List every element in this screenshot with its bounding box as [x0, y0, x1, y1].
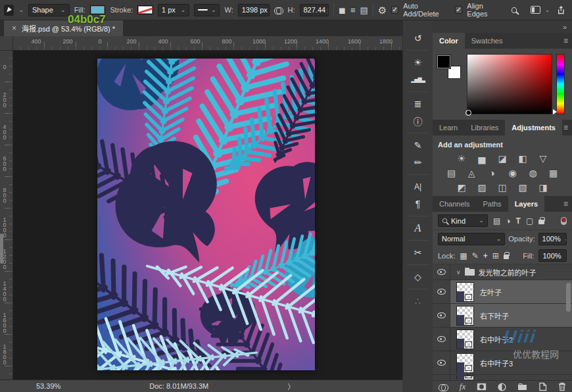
link-dimensions-icon[interactable]	[274, 7, 283, 13]
tab-paths[interactable]: Paths	[476, 196, 508, 212]
hue-slider[interactable]	[556, 54, 565, 114]
blend-mode-select[interactable]: Normal ⌄	[438, 233, 505, 245]
layer-name[interactable]: 右中叶子3	[480, 358, 513, 368]
layer-group-row[interactable]: ∨ 发光物之前的叶子	[433, 264, 572, 280]
layer-name[interactable]: 右下叶子	[480, 310, 509, 321]
brush-presets-icon[interactable]: ✏	[407, 154, 429, 171]
new-adjustment-layer-icon[interactable]	[498, 383, 506, 391]
tab-channels[interactable]: Channels	[433, 196, 476, 212]
curves-icon[interactable]: ◪	[496, 153, 508, 164]
filter-toggle-icon[interactable]	[561, 217, 567, 225]
layer-name[interactable]: 左叶子	[480, 287, 502, 297]
shape-height-field[interactable]: 827.44 px	[300, 4, 329, 16]
layer-row[interactable]: 左叶子	[433, 280, 572, 304]
filter-kind-select[interactable]: Kind ⌄	[438, 214, 488, 227]
tab-libraries[interactable]: Libraries	[464, 120, 505, 135]
layer-row[interactable]: 右下叶子	[433, 304, 572, 328]
character-panel-icon[interactable]: A|	[407, 178, 429, 195]
link-layers-icon[interactable]	[439, 384, 448, 390]
tab-layers[interactable]: Layers	[508, 196, 544, 212]
align-edges-checkbox[interactable]: ✓	[455, 6, 462, 14]
histogram-icon[interactable]: ▂▅▇▃	[407, 71, 429, 88]
levels-icon[interactable]: ▅	[476, 153, 488, 164]
visibility-eye-icon[interactable]	[433, 304, 450, 327]
selective-color-icon[interactable]: ▧	[517, 182, 529, 193]
shape-width-field[interactable]: 1398 px	[238, 4, 270, 16]
vertical-ruler[interactable]: 0 200 400 600 800 1000 1200 1400 1600 18…	[0, 51, 13, 380]
panel-menu-icon[interactable]: ≡	[563, 36, 568, 45]
foreground-color-swatch[interactable]	[437, 55, 450, 68]
path-arrangement-icon[interactable]: ▤	[360, 6, 368, 14]
visibility-eye-icon[interactable]	[433, 264, 450, 280]
filter-adjustment-layers-icon[interactable]: ◑	[506, 216, 510, 226]
comments-panel-icon[interactable]: ∴	[407, 293, 429, 310]
active-tool-icon[interactable]	[4, 5, 14, 16]
black-white-icon[interactable]: ◑	[487, 168, 498, 178]
scrollbar-thumb[interactable]	[0, 233, 3, 264]
picker-cursor[interactable]	[465, 110, 471, 116]
hue-saturation-icon[interactable]: ▤	[446, 168, 458, 178]
saturation-brightness-picker[interactable]	[467, 54, 552, 114]
stroke-width-field[interactable]: 1 px ⌄	[158, 4, 189, 16]
collapse-panels-icon[interactable]: »	[563, 23, 567, 31]
opacity-field[interactable]: 100% ⌄	[538, 233, 567, 245]
history-icon[interactable]: ↺	[407, 30, 429, 47]
tab-learn[interactable]: Learn	[433, 120, 464, 135]
color-lookup-icon[interactable]: ▦	[548, 168, 560, 178]
layer-row[interactable]	[433, 375, 572, 380]
chevron-down-icon[interactable]: ⌄	[545, 7, 550, 13]
filter-pixel-layers-icon[interactable]: ▤	[493, 216, 500, 226]
posterize-icon[interactable]: ▨	[476, 182, 488, 193]
stroke-type-select[interactable]: ⌄	[194, 4, 220, 16]
invert-icon[interactable]: ◩	[456, 182, 467, 193]
panel-menu-icon[interactable]: ≡	[563, 123, 568, 132]
brush-settings-icon[interactable]: ✎	[407, 137, 429, 154]
lock-artboard-icon[interactable]: ⊞	[492, 251, 499, 260]
visibility-eye-icon[interactable]	[433, 351, 450, 374]
adjustments-icon[interactable]: ☀	[407, 54, 429, 71]
tab-color[interactable]: Color	[433, 33, 465, 49]
gear-icon[interactable]: ⚙	[378, 5, 387, 15]
auto-add-delete-checkbox[interactable]: ✓	[391, 6, 398, 14]
color-balance-icon[interactable]: ◬	[466, 168, 478, 178]
zoom-level-field[interactable]: 53.39%	[36, 382, 60, 390]
layer-thumbnail[interactable]	[456, 306, 474, 326]
exposure-icon[interactable]: ◧	[517, 153, 529, 164]
new-group-folder-icon[interactable]	[517, 383, 527, 391]
panel-menu-icon[interactable]: ≡	[563, 199, 568, 208]
foreground-background-swatches[interactable]	[437, 55, 461, 79]
lock-image-pixels-icon[interactable]: ✎	[472, 251, 479, 260]
tab-adjustments[interactable]: Adjustments	[505, 120, 562, 135]
share-icon[interactable]	[557, 5, 565, 15]
visibility-eye-icon[interactable]	[433, 280, 450, 303]
filter-type-layers-icon[interactable]: T	[516, 216, 521, 226]
hue-slider-handle[interactable]	[553, 109, 557, 114]
lock-all-icon[interactable]	[504, 255, 510, 259]
stroke-color-swatch[interactable]	[137, 5, 153, 14]
brightness-contrast-icon[interactable]: ☀	[456, 153, 467, 164]
scrollbar-thumb[interactable]	[566, 283, 571, 312]
path-alignment-icon[interactable]: ≡	[350, 6, 356, 14]
filter-smart-objects-icon[interactable]	[538, 220, 544, 224]
filter-shape-layers-icon[interactable]: ▢	[526, 216, 533, 226]
tool-preset-caret-icon[interactable]: ⌄	[18, 7, 24, 13]
glyphs-panel-icon[interactable]: A	[407, 220, 429, 237]
layer-style-fx-icon[interactable]: fx	[460, 381, 465, 392]
info-icon[interactable]: ⓘ	[407, 112, 429, 130]
new-layer-icon[interactable]	[538, 382, 547, 391]
workspace-switcher-icon[interactable]	[531, 6, 540, 14]
horizontal-ruler[interactable]: 400 200 0 200 400 600 800 1000 1200 1400…	[13, 36, 402, 51]
channel-mixer-icon[interactable]: ◍	[527, 168, 539, 178]
paragraph-panel-icon[interactable]: ¶	[407, 195, 429, 212]
photo-filter-icon[interactable]: ◉	[507, 168, 519, 178]
group-name[interactable]: 发光物之前的叶子	[479, 267, 536, 278]
add-layer-mask-icon[interactable]	[477, 383, 487, 391]
visibility-eye-icon[interactable]	[433, 328, 450, 351]
tab-swatches[interactable]: Swatches	[465, 33, 510, 49]
fill-opacity-field[interactable]: 100% ⌄	[538, 249, 567, 262]
threshold-icon[interactable]: ◫	[496, 182, 508, 193]
layer-thumbnail[interactable]	[456, 376, 474, 380]
lock-position-icon[interactable]: +	[483, 251, 488, 260]
group-expand-chevron-icon[interactable]: ∨	[456, 269, 461, 276]
libraries-icon[interactable]: ≣	[407, 95, 429, 112]
